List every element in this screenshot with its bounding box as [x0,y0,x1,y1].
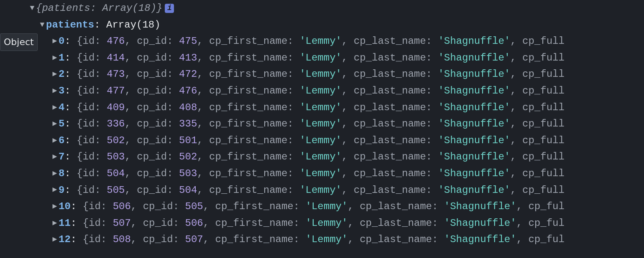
property-key: patients [46,17,94,33]
object-preview: {id: 504, cp_id: 503, cp_first_name: 'Le… [77,165,565,182]
tree-row-array-item[interactable]: 4: {id: 409, cp_id: 408, cp_first_name: … [13,99,644,116]
tree-row-array-item[interactable]: 12: {id: 508, cp_id: 507, cp_first_name:… [13,231,644,248]
object-preview: {id: 473, cp_id: 472, cp_first_name: 'Le… [77,66,565,83]
tree-row-patients[interactable]: patients: Array(18) [13,17,644,33]
array-index: 6 [59,132,64,149]
tree-row-array-item[interactable]: 9: {id: 505, cp_id: 504, cp_first_name: … [13,182,644,199]
expand-arrow-icon[interactable] [51,200,59,213]
object-preview: {id: 505, cp_id: 504, cp_first_name: 'Le… [77,182,565,199]
array-index: 5 [59,116,64,132]
array-index: 4 [59,99,64,116]
tree-row-array-item[interactable]: 2: {id: 473, cp_id: 472, cp_first_name: … [13,66,644,83]
expand-arrow-icon[interactable] [51,233,59,246]
array-index: 11 [59,215,71,232]
info-icon[interactable]: i [165,4,174,13]
expand-arrow-icon[interactable] [51,101,59,114]
array-index: 9 [59,182,64,199]
object-preview: {id: 477, cp_id: 476, cp_first_name: 'Le… [77,83,565,99]
object-preview: {id: 336, cp_id: 335, cp_first_name: 'Le… [77,116,565,132]
array-index: 0 [59,33,64,50]
expand-arrow-icon[interactable] [51,184,59,196]
tree-row-array-item[interactable]: 5: {id: 336, cp_id: 335, cp_first_name: … [13,116,644,132]
expand-arrow-icon[interactable] [51,35,59,48]
object-preview: {id: 409, cp_id: 408, cp_first_name: 'Le… [77,99,565,116]
console-object-tree: {patients: Array(18)} i patients: Array(… [0,0,644,248]
tree-row-array-item[interactable]: 0: {id: 476, cp_id: 475, cp_first_name: … [13,33,644,50]
object-preview: {id: 414, cp_id: 413, cp_first_name: 'Le… [77,50,565,66]
tree-row-array-item[interactable]: 3: {id: 477, cp_id: 476, cp_first_name: … [13,83,644,99]
expand-arrow-icon[interactable] [51,85,59,97]
expand-arrow-icon[interactable] [38,19,46,31]
array-index: 3 [59,83,64,99]
array-index: 7 [59,149,64,165]
expand-arrow-icon[interactable] [51,118,59,130]
tree-row-array-item[interactable]: 6: {id: 502, cp_id: 501, cp_first_name: … [13,132,644,149]
tree-row-root[interactable]: {patients: Array(18)} i [13,0,644,17]
expand-arrow-icon[interactable] [51,52,59,64]
expand-arrow-icon[interactable] [28,2,36,15]
tree-row-array-item[interactable]: 1: {id: 414, cp_id: 413, cp_first_name: … [13,50,644,66]
expand-arrow-icon[interactable] [51,151,59,163]
array-index: 8 [59,165,64,182]
tree-row-array-item[interactable]: 11: {id: 507, cp_id: 506, cp_first_name:… [13,215,644,232]
array-index: 10 [59,198,71,215]
object-preview: {id: 503, cp_id: 502, cp_first_name: 'Le… [77,149,565,165]
object-preview: {id: 506, cp_id: 505, cp_first_name: 'Le… [83,198,565,215]
array-index: 2 [59,66,64,83]
expand-arrow-icon[interactable] [51,134,59,147]
tree-row-array-item[interactable]: 7: {id: 503, cp_id: 502, cp_first_name: … [13,149,644,165]
type-tooltip: Object [0,33,38,51]
property-value: Array(18) [106,17,161,33]
array-index: 1 [59,50,64,66]
object-preview: {id: 476, cp_id: 475, cp_first_name: 'Le… [77,33,565,50]
object-summary: {patients: Array(18)} [36,0,162,17]
tree-row-array-item[interactable]: 10: {id: 506, cp_id: 505, cp_first_name:… [13,198,644,215]
object-preview: {id: 508, cp_id: 507, cp_first_name: 'Le… [83,231,565,248]
array-index: 12 [59,231,71,248]
object-preview: {id: 502, cp_id: 501, cp_first_name: 'Le… [77,132,565,149]
object-preview: {id: 507, cp_id: 506, cp_first_name: 'Le… [83,215,565,232]
expand-arrow-icon[interactable] [51,68,59,81]
tree-row-array-item[interactable]: 8: {id: 504, cp_id: 503, cp_first_name: … [13,165,644,182]
expand-arrow-icon[interactable] [51,167,59,180]
array-entries: 0: {id: 476, cp_id: 475, cp_first_name: … [13,33,644,248]
expand-arrow-icon[interactable] [51,217,59,230]
